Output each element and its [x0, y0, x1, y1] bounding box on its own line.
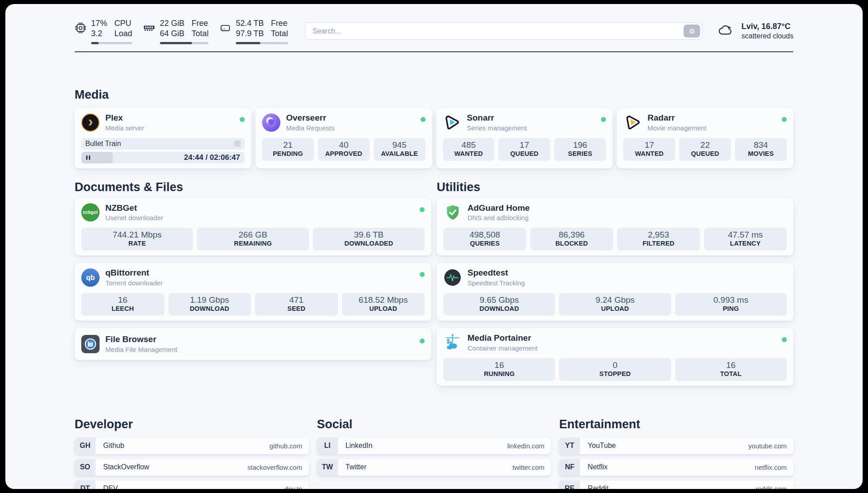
portainer-link[interactable]: Media Portainer Container management [443, 333, 787, 352]
service-name: Sonarr [467, 113, 527, 123]
stat-label: RUNNING [445, 370, 553, 378]
stat-box: 485 WANTED [443, 138, 495, 161]
bookmark-badge: DT [75, 480, 96, 489]
ram-icon [143, 22, 155, 44]
entertainment-group: Entertainment YT YouTube youtube.com NF … [559, 418, 793, 489]
bookmark-url: twitter.com [513, 464, 545, 471]
bookmark-stackoverflow[interactable]: SO StackOverflow stackoverflow.com [75, 459, 309, 476]
speedtest-link[interactable]: Speedtest Speedtest Tracking [443, 268, 787, 287]
section-title-social: Social [317, 418, 551, 431]
bookmark-badge: GH [75, 438, 96, 454]
radarr-card: Radarr Movie management 17 WANTED 22 QUE… [617, 108, 793, 168]
qbittorrent-icon: qb [81, 268, 100, 287]
stat-value: 17 [500, 140, 548, 150]
sonarr-link[interactable]: Sonarr Series management [443, 113, 606, 132]
utilities-column: Utilities [437, 180, 793, 393]
stat-box: 17 WANTED [623, 138, 675, 161]
cpu-metric: 17% 3.2 CPU Load [75, 18, 132, 44]
disk-free-label: Free [271, 18, 288, 29]
bookmark-badge: SO [75, 459, 96, 476]
weather-widget: Lviv, 16.87°C scattered clouds [716, 21, 793, 41]
now-playing-row: Bullet Train [81, 138, 245, 150]
service-name: Radarr [647, 113, 706, 123]
bookmark-dev[interactable]: DT DEV dev.to [75, 480, 309, 489]
cpu-load-label: Load [114, 29, 132, 39]
disk-total-value: 97.9 TB [236, 29, 264, 39]
nzbget-icon: nzbget [81, 203, 100, 221]
stat-label: QUERIES [445, 240, 525, 247]
cpu-progress-track [91, 42, 132, 44]
ram-progress-track [160, 42, 209, 44]
cpu-load-value: 3.2 [91, 29, 107, 39]
documents-column: Documents & Files nzbget NZBGet Usenet d… [75, 180, 431, 393]
status-indicator [420, 207, 425, 212]
disk-progress-track [236, 42, 288, 44]
radarr-icon [623, 113, 642, 132]
bookmark-reddit[interactable]: RE Reddit reddit.com [559, 480, 793, 489]
stat-value: 16 [677, 360, 785, 370]
service-description: Movie management [647, 124, 706, 132]
stat-value: 471 [257, 295, 336, 305]
stat-box: 0.993 ms PING [675, 293, 787, 316]
bookmark-linkedin[interactable]: LI LinkedIn linkedin.com [317, 438, 551, 454]
disk-metric: 52.4 TB 97.9 TB Free Total [219, 18, 288, 44]
disk-progress-fill [236, 42, 260, 44]
stat-box: 9.24 Gbps UPLOAD [559, 293, 671, 316]
bookmark-youtube[interactable]: YT YouTube youtube.com [559, 438, 793, 454]
status-indicator [782, 337, 787, 342]
speedtest-stats: 9.65 Gbps DOWNLOAD 9.24 Gbps UPLOAD 0.99… [443, 293, 787, 316]
stat-value: 266 GB [199, 230, 307, 239]
stat-label: REMAINING [199, 240, 307, 247]
media-player-bar: 24:44 / 02:06:47 [81, 152, 245, 163]
overseerr-icon [262, 113, 280, 132]
dashboard-page: 17% 3.2 CPU Load [5, 4, 863, 489]
stat-value: 1.19 Gbps [170, 295, 250, 305]
portainer-icon [443, 334, 462, 352]
bookmark-badge: RE [559, 480, 580, 489]
qbittorrent-card: qb qBittorrent Torrent downloader 16 LEE… [75, 263, 431, 321]
search-bar: G [305, 22, 703, 40]
bookmark-github[interactable]: GH Github github.com [75, 438, 309, 454]
stat-value: 744.21 Mbps [83, 230, 191, 239]
service-description: Series management [467, 124, 527, 132]
status-indicator [601, 117, 606, 122]
pause-icon[interactable] [86, 155, 90, 160]
stat-label: RATE [83, 240, 191, 247]
stat-box: 16 TOTAL [675, 358, 787, 381]
radarr-link[interactable]: Radarr Movie management [623, 113, 787, 132]
bookmark-name: Github [103, 442, 124, 450]
radarr-stats: 17 WANTED 22 QUEUED 834 MOVIES [623, 138, 787, 161]
filebrowser-card: File Browser Media File Management [75, 328, 431, 360]
adguard-stats: 498,508 QUERIES 86,396 BLOCKED 2,953 FIL… [443, 228, 787, 251]
stat-value: 9.24 Gbps [561, 295, 669, 305]
search-go-button[interactable]: G [684, 25, 700, 38]
stat-box: 471 SEED [255, 293, 338, 316]
stat-label: UPLOAD [561, 305, 669, 313]
stat-box: 9.65 Gbps DOWNLOAD [443, 293, 555, 316]
stat-box: 22 QUEUED [679, 138, 731, 161]
bookmark-name: Reddit [588, 485, 608, 489]
bookmark-netflix[interactable]: NF Netflix netflix.com [559, 459, 793, 476]
stat-box: 2,953 FILTERED [617, 228, 700, 251]
stat-value: 196 [556, 140, 604, 150]
section-title-entertainment: Entertainment [559, 418, 793, 431]
qbittorrent-link[interactable]: qb qBittorrent Torrent downloader [81, 268, 425, 287]
bookmark-name: DEV [103, 485, 118, 489]
search-input[interactable] [305, 22, 703, 40]
bookmark-twitter[interactable]: TW Twitter twitter.com [317, 459, 551, 476]
stat-label: DOWNLOAD [170, 305, 250, 313]
plex-link[interactable]: Plex Media server [81, 113, 245, 132]
stat-value: 86,396 [532, 230, 612, 239]
stat-label: FILTERED [619, 240, 698, 247]
overseerr-card: Overseerr Media Requests 21 PENDING 40 A… [255, 108, 432, 168]
ram-total-value: 64 GiB [160, 29, 184, 39]
bookmark-name: StackOverflow [103, 463, 149, 471]
stat-value: 834 [737, 140, 785, 150]
stat-box: 39.6 TB DOWNLOADED [313, 228, 425, 251]
sonarr-card: Sonarr Series management 485 WANTED 17 Q… [436, 108, 613, 168]
filebrowser-link[interactable]: File Browser Media File Management [81, 334, 425, 354]
adguard-link[interactable]: AdGuard Home DNS and adblocking [443, 203, 787, 222]
stat-box: 17 QUEUED [498, 138, 550, 161]
overseerr-link[interactable]: Overseerr Media Requests [262, 113, 426, 132]
nzbget-link[interactable]: nzbget NZBGet Usenet downloader [81, 203, 425, 222]
